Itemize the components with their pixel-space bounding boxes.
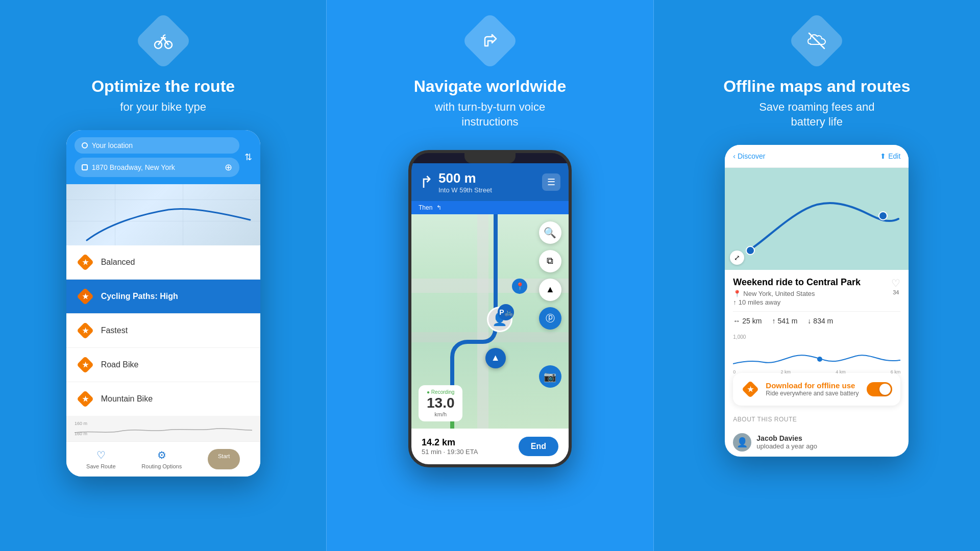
route-label-fastest: Fastest (101, 326, 128, 335)
turn-arrow: ↱ (420, 172, 433, 192)
start-btn[interactable]: Start (208, 449, 240, 469)
user-avatar: 👤 (733, 433, 751, 452)
speed-value: 13.0 (427, 395, 455, 411)
then-bar: Then ↰ (411, 201, 569, 214)
share-icon: ⬆ (880, 152, 886, 160)
route-label-balanced: Balanced (101, 258, 135, 267)
map-background: 👤 ▲ P🚲 📍 🔍 ⧉ ▲ ⓟ 📷 (411, 214, 569, 429)
star-badge-icon: ★ (77, 254, 94, 271)
phone-mockup-2: ↱ 500 m Into W 59th Street ☰ Then ↰ (408, 150, 572, 467)
route-stats: ↔ 25 km ↑ 541 m ↓ 834 m (733, 311, 900, 325)
layer-btn[interactable]: ⧉ (539, 250, 561, 272)
stat-distance: ↔ 25 km (733, 317, 762, 325)
routing-options-btn[interactable]: ⚙ Routing Options (141, 449, 182, 469)
search-fab[interactable]: 🔍 (539, 221, 561, 244)
nav-icon-badge (461, 12, 519, 69)
location-text: Your location (92, 141, 133, 149)
offline-text-group: Download for offline use Ride everywhere… (766, 381, 861, 397)
chart-y-label-high: 1,000 (733, 334, 900, 340)
bike-icon (153, 31, 174, 51)
destination-field[interactable]: 1870 Broadway, New York ⊕ (75, 158, 239, 177)
route-map-svg (725, 168, 909, 270)
elevation-down-icon: ↓ (807, 317, 811, 325)
nav-menu-btn[interactable]: ☰ (542, 173, 560, 191)
speed-unit: km/h (427, 411, 455, 417)
location-dot (82, 142, 88, 148)
location-field[interactable]: Your location (75, 137, 239, 154)
elevation-up-value: 541 m (777, 317, 797, 325)
svg-text:★: ★ (747, 385, 754, 393)
svg-text:★: ★ (82, 258, 88, 266)
eta-distance: 14.2 km (422, 437, 478, 448)
star-badge-road-icon: ★ (77, 356, 94, 373)
nav-eta-info: 14.2 km 51 min · 19:30 ETA (422, 437, 478, 456)
map-view: 👤 ▲ P🚲 📍 🔍 ⧉ ▲ ⓟ 📷 (411, 214, 569, 429)
x-label-2: 2 km (780, 369, 791, 374)
distance-icon: ↔ (733, 317, 740, 325)
route-option-balanced[interactable]: ★ Balanced (66, 245, 260, 280)
save-route-btn[interactable]: ♡ Save Route (86, 449, 115, 469)
map-preview (66, 184, 260, 245)
route-option-road-bike[interactable]: ★ Road Bike (66, 348, 260, 382)
svg-text:★: ★ (82, 327, 88, 335)
then-label: Then (419, 204, 432, 211)
poi-type-btn[interactable]: ⓟ (539, 307, 561, 330)
camera-btn[interactable]: 📷 (539, 365, 561, 388)
svg-point-16 (746, 246, 754, 255)
x-label-4: 4 km (836, 369, 846, 374)
offline-icon-badge (788, 12, 846, 69)
distance-value: 25 km (742, 317, 762, 325)
stat-elevation-down: ↓ 834 m (807, 317, 833, 325)
panel2-subtitle: with turn-by-turn voice instructions (435, 100, 545, 129)
panel3-title: Offline maps and routes (723, 77, 910, 96)
panel-offline: Offline maps and routes Save roaming fee… (654, 0, 980, 551)
svg-point-17 (879, 212, 887, 220)
offline-subtitle: Ride everywhere and save battery (766, 390, 861, 397)
x-label-0: 0 (733, 369, 736, 374)
add-dest-icon[interactable]: ⊕ (225, 162, 232, 173)
offline-toggle[interactable] (867, 382, 892, 396)
route-info-container: ♡ 34 Weekend ride to Central Park 📍 New … (725, 270, 909, 368)
arrow-icon: ↑ (733, 298, 737, 306)
end-button[interactable]: End (519, 437, 558, 456)
routing-icon: ⚙ (157, 449, 166, 461)
route-option-fastest[interactable]: ★ Fastest (66, 314, 260, 348)
compass-btn[interactable]: ▲ (539, 279, 561, 301)
user-name: Jacob Davies (756, 434, 817, 442)
swap-icon[interactable]: ⇅ (244, 152, 252, 163)
nav-street-name: Into W 59th Street (438, 186, 537, 194)
route-map-bg: ⤢ (725, 168, 909, 270)
route-location-text: New York, United States (743, 290, 815, 297)
user-row: 👤 Jacob Davies uploaded a year ago (725, 428, 909, 457)
elevation-chart-svg (733, 341, 900, 371)
start-label: Start (218, 453, 230, 459)
heart-button[interactable]: ♡ 34 (891, 277, 900, 295)
route-option-cycling-high[interactable]: ★ Cycling Paths: High (66, 280, 260, 314)
svg-point-18 (817, 357, 822, 362)
phone-header: Your location 1870 Broadway, New York ⊕ … (66, 130, 260, 184)
panel2-title: Navigate worldwide (414, 77, 567, 96)
heart-count: 34 (893, 289, 899, 295)
recording-label: ● Recording (427, 389, 455, 395)
x-label-6: 6 km (891, 369, 901, 374)
about-section-label: ABOUT THIS ROUTE (725, 411, 909, 428)
route-option-mountain-bike[interactable]: ★ Mountain Bike (66, 382, 260, 416)
discover-header: ‹ Discover ⬆ Edit (725, 145, 909, 168)
poi-marker: 📍 (512, 279, 527, 294)
phone-bottom-bar: ♡ Save Route ⚙ Routing Options Start (66, 441, 260, 477)
panel1-title: Optimize the route (91, 77, 235, 96)
stat-elevation-up: ↑ 541 m (772, 317, 797, 325)
nav-footer: 14.2 km 51 min · 19:30 ETA End (411, 429, 569, 464)
offline-icon (806, 31, 827, 51)
elevation-chart-area: 1,000 0 2 km 4 km 6 km (725, 332, 909, 368)
panel-navigate: Navigate worldwide with turn-by-turn voi… (326, 0, 653, 551)
map-bg (66, 184, 260, 245)
phone-mockup-1: Your location 1870 Broadway, New York ⊕ … (66, 130, 260, 477)
discover-edit-btn[interactable]: ⬆ Edit (880, 152, 900, 160)
elevation-up-icon: ↑ (772, 317, 775, 325)
discover-back-btn[interactable]: ‹ Discover (733, 152, 765, 160)
bike-icon-badge (134, 12, 192, 69)
expand-icon[interactable]: ⤢ (730, 251, 744, 265)
nav-arrow-marker: ▲ (485, 348, 506, 368)
user-info: Jacob Davies uploaded a year ago (756, 434, 817, 450)
